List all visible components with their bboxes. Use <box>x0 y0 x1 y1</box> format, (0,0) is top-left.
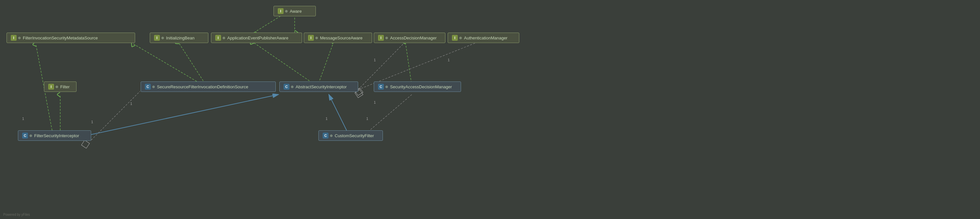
label-customSecurityFilter: CustomSecurityFilter <box>335 133 374 138</box>
node-filter[interactable]: I ⊕ Filter <box>44 82 76 92</box>
svg-line-5 <box>317 42 334 86</box>
icon-customSecurityFilter: C <box>323 133 329 139</box>
node-customSecurityFilter[interactable]: C ⊕ CustomSecurityFilter <box>318 130 383 141</box>
edge-label-3: 1 <box>130 102 132 106</box>
node-filterInvocationSMDS[interactable]: I ⊕ FilterInvocationSecurityMetadataSour… <box>6 33 135 43</box>
svg-line-2 <box>134 44 205 86</box>
icon-initializingBean: I <box>154 35 160 41</box>
svg-line-9 <box>88 94 278 135</box>
edge-label-5: 1 <box>448 58 450 62</box>
edge-label-2: 1 <box>91 120 93 124</box>
label-securityAccessDecisionManager: SecurityAccessDecisionManager <box>390 85 452 89</box>
icon-messageSourceAware: I <box>308 35 314 41</box>
svg-line-3 <box>178 42 207 86</box>
node-secureResourceFIDS[interactable]: C ⊕ SecureResourceFilterInvocationDefini… <box>141 82 276 92</box>
label-initializingBean: InitializingBean <box>166 35 194 40</box>
label-filter: Filter <box>60 85 70 89</box>
node-authenticationManager[interactable]: I ⊕ AuthenticationManager <box>448 33 519 43</box>
node-abstractSecurityInterceptor[interactable]: C ⊕ AbstractSecurityInterceptor <box>279 82 358 92</box>
node-aware[interactable]: I ⊕ Aware <box>274 6 316 16</box>
node-applicationEventPublisherAware[interactable]: I ⊕ ApplicationEventPublisherAware <box>211 33 302 43</box>
edge-label-8: 1 <box>374 101 376 104</box>
edge-label-4: 1 <box>374 58 376 62</box>
edge-label-1: 1 <box>22 117 24 121</box>
diagram-container: I ⊕ Aware I ⊕ FilterInvocationSecurityMe… <box>0 0 980 219</box>
label-filterSecurityInterceptor: FilterSecurityInterceptor <box>34 133 79 138</box>
label-secureResourceFIDS: SecureResourceFilterInvocationDefinition… <box>157 85 248 89</box>
node-messageSourceAware[interactable]: I ⊕ MessageSourceAware <box>304 33 372 43</box>
icon-filter: I <box>48 84 54 90</box>
label-authenticationManager: AuthenticationManager <box>464 35 508 40</box>
svg-marker-12 <box>81 140 89 148</box>
svg-line-10 <box>329 94 349 135</box>
node-filterSecurityInterceptor[interactable]: C ⊕ FilterSecurityInterceptor <box>18 130 91 141</box>
node-initializingBean[interactable]: I ⊕ InitializingBean <box>150 33 208 43</box>
icon-filterSecurityInterceptor: C <box>22 133 28 139</box>
icon-authenticationManager: I <box>452 35 458 41</box>
icon-securityAccessDecisionManager: C <box>378 84 384 90</box>
svg-line-4 <box>252 42 317 86</box>
edge-label-7: 1 <box>366 117 368 121</box>
label-applicationEventPublisherAware: ApplicationEventPublisherAware <box>227 35 288 40</box>
svg-line-6 <box>405 42 412 86</box>
label-abstractSecurityInterceptor: AbstractSecurityInterceptor <box>296 85 347 89</box>
icon-secureResourceFIDS: C <box>145 84 151 90</box>
label-messageSourceAware: MessageSourceAware <box>320 35 363 40</box>
node-accessDecisionManager[interactable]: I ⊕ AccessDecisionManager <box>374 33 445 43</box>
icon-aware: I <box>278 8 283 14</box>
icon-applicationEventPublisherAware: I <box>215 35 221 41</box>
label-filterInvocationSMDS: FilterInvocationSecurityMetadataSource <box>23 35 98 40</box>
svg-line-11 <box>91 91 140 140</box>
edge-label-6: 1 <box>326 117 328 121</box>
icon-accessDecisionManager: I <box>378 35 384 41</box>
icon-filterInvocationSMDS: I <box>11 35 17 41</box>
watermark: Powered by yFiles <box>3 213 30 216</box>
label-aware: Aware <box>290 9 302 14</box>
label-accessDecisionManager: AccessDecisionManager <box>390 35 437 40</box>
svg-line-1 <box>254 14 283 33</box>
node-securityAccessDecisionManager[interactable]: C ⊕ SecurityAccessDecisionManager <box>374 82 461 92</box>
icon-abstractSecurityInterceptor: C <box>283 84 290 90</box>
